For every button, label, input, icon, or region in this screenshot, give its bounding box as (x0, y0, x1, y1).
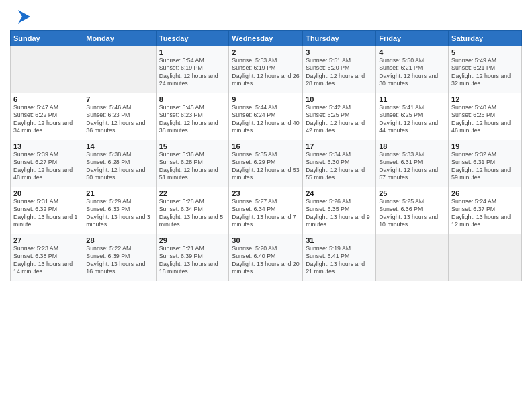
day-detail: Sunrise: 5:21 AMSunset: 6:39 PMDaylight:… (159, 245, 226, 276)
day-number: 16 (232, 142, 300, 150)
day-number: 20 (13, 189, 80, 197)
calendar-cell: 10 Sunrise: 5:42 AMSunset: 6:25 PMDaylig… (303, 93, 376, 140)
day-number: 14 (86, 142, 152, 150)
day-detail: Sunrise: 5:28 AMSunset: 6:34 PMDaylight:… (159, 198, 226, 229)
day-detail: Sunrise: 5:25 AMSunset: 6:36 PMDaylight:… (379, 198, 445, 229)
calendar-cell (11, 46, 83, 93)
day-detail: Sunrise: 5:53 AMSunset: 6:19 PMDaylight:… (232, 57, 300, 88)
day-detail: Sunrise: 5:38 AMSunset: 6:28 PMDaylight:… (86, 151, 152, 182)
calendar-cell: 8 Sunrise: 5:45 AMSunset: 6:23 PMDayligh… (156, 93, 229, 140)
day-detail: Sunrise: 5:51 AMSunset: 6:20 PMDaylight:… (306, 57, 373, 88)
header (10, 7, 522, 27)
day-number: 21 (86, 189, 152, 197)
day-detail: Sunrise: 5:23 AMSunset: 6:38 PMDaylight:… (13, 245, 80, 276)
week-row-4: 20 Sunrise: 5:31 AMSunset: 6:32 PMDaylig… (11, 187, 522, 234)
calendar-cell: 20 Sunrise: 5:31 AMSunset: 6:32 PMDaylig… (11, 187, 83, 234)
calendar-cell: 14 Sunrise: 5:38 AMSunset: 6:28 PMDaylig… (83, 140, 156, 187)
week-row-1: 1 Sunrise: 5:54 AMSunset: 6:19 PMDayligh… (11, 46, 522, 93)
calendar-cell: 19 Sunrise: 5:32 AMSunset: 6:31 PMDaylig… (449, 140, 522, 187)
day-number: 10 (306, 95, 373, 103)
week-row-3: 13 Sunrise: 5:39 AMSunset: 6:27 PMDaylig… (11, 140, 522, 187)
day-number: 17 (306, 142, 373, 150)
calendar-cell: 2 Sunrise: 5:53 AMSunset: 6:19 PMDayligh… (229, 46, 303, 93)
calendar-cell: 4 Sunrise: 5:50 AMSunset: 6:21 PMDayligh… (376, 46, 449, 93)
day-number: 3 (306, 48, 373, 56)
calendar-cell: 1 Sunrise: 5:54 AMSunset: 6:19 PMDayligh… (156, 46, 229, 93)
day-number: 26 (451, 189, 519, 197)
calendar-cell: 5 Sunrise: 5:49 AMSunset: 6:21 PMDayligh… (449, 46, 522, 93)
day-detail: Sunrise: 5:49 AMSunset: 6:21 PMDaylight:… (451, 57, 519, 88)
calendar-cell: 18 Sunrise: 5:33 AMSunset: 6:31 PMDaylig… (376, 140, 449, 187)
calendar-cell: 22 Sunrise: 5:28 AMSunset: 6:34 PMDaylig… (156, 187, 229, 234)
day-number: 1 (159, 48, 226, 56)
calendar-cell (376, 234, 449, 281)
day-number: 15 (159, 142, 226, 150)
week-row-2: 6 Sunrise: 5:47 AMSunset: 6:22 PMDayligh… (11, 93, 522, 140)
day-number: 22 (159, 189, 226, 197)
page: SundayMondayTuesdayWednesdayThursdayFrid… (0, 0, 532, 288)
svg-marker-0 (18, 10, 30, 24)
day-detail: Sunrise: 5:47 AMSunset: 6:22 PMDaylight:… (13, 104, 80, 135)
day-detail: Sunrise: 5:22 AMSunset: 6:39 PMDaylight:… (86, 245, 152, 276)
day-detail: Sunrise: 5:32 AMSunset: 6:31 PMDaylight:… (451, 151, 519, 182)
weekday-header-thursday: Thursday (303, 31, 376, 46)
calendar-cell: 25 Sunrise: 5:25 AMSunset: 6:36 PMDaylig… (376, 187, 449, 234)
day-number: 13 (13, 142, 80, 150)
day-detail: Sunrise: 5:44 AMSunset: 6:24 PMDaylight:… (232, 104, 300, 135)
day-detail: Sunrise: 5:29 AMSunset: 6:33 PMDaylight:… (86, 198, 152, 229)
day-number: 19 (451, 142, 519, 150)
day-number: 9 (232, 95, 300, 103)
calendar-cell: 30 Sunrise: 5:20 AMSunset: 6:40 PMDaylig… (229, 234, 303, 281)
weekday-header-monday: Monday (83, 31, 156, 46)
day-detail: Sunrise: 5:36 AMSunset: 6:28 PMDaylight:… (159, 151, 226, 182)
day-number: 8 (159, 95, 226, 103)
calendar-cell: 21 Sunrise: 5:29 AMSunset: 6:33 PMDaylig… (83, 187, 156, 234)
day-number: 30 (232, 236, 300, 244)
day-number: 7 (86, 95, 152, 103)
day-number: 28 (86, 236, 152, 244)
day-detail: Sunrise: 5:54 AMSunset: 6:19 PMDaylight:… (159, 57, 226, 88)
weekday-header-tuesday: Tuesday (156, 31, 229, 46)
calendar-cell: 31 Sunrise: 5:19 AMSunset: 6:41 PMDaylig… (303, 234, 376, 281)
day-detail: Sunrise: 5:46 AMSunset: 6:23 PMDaylight:… (86, 104, 152, 135)
calendar-cell: 13 Sunrise: 5:39 AMSunset: 6:27 PMDaylig… (11, 140, 83, 187)
calendar-cell: 27 Sunrise: 5:23 AMSunset: 6:38 PMDaylig… (11, 234, 83, 281)
logo (10, 7, 32, 27)
day-number: 2 (232, 48, 300, 56)
day-detail: Sunrise: 5:39 AMSunset: 6:27 PMDaylight:… (13, 151, 80, 182)
day-number: 23 (232, 189, 300, 197)
calendar-cell: 7 Sunrise: 5:46 AMSunset: 6:23 PMDayligh… (83, 93, 156, 140)
calendar-cell: 29 Sunrise: 5:21 AMSunset: 6:39 PMDaylig… (156, 234, 229, 281)
day-detail: Sunrise: 5:50 AMSunset: 6:21 PMDaylight:… (379, 57, 445, 88)
calendar-cell: 9 Sunrise: 5:44 AMSunset: 6:24 PMDayligh… (229, 93, 303, 140)
calendar-cell: 16 Sunrise: 5:35 AMSunset: 6:29 PMDaylig… (229, 140, 303, 187)
day-detail: Sunrise: 5:33 AMSunset: 6:31 PMDaylight:… (379, 151, 445, 182)
day-detail: Sunrise: 5:27 AMSunset: 6:34 PMDaylight:… (232, 198, 300, 229)
day-number: 27 (13, 236, 80, 244)
day-number: 25 (379, 189, 445, 197)
day-number: 5 (451, 48, 519, 56)
calendar-cell: 6 Sunrise: 5:47 AMSunset: 6:22 PMDayligh… (11, 93, 83, 140)
day-number: 12 (451, 95, 519, 103)
day-number: 6 (13, 95, 80, 103)
weekday-header-wednesday: Wednesday (229, 31, 303, 46)
weekday-header-sunday: Sunday (11, 31, 83, 46)
weekday-header-friday: Friday (376, 31, 449, 46)
calendar-cell: 3 Sunrise: 5:51 AMSunset: 6:20 PMDayligh… (303, 46, 376, 93)
calendar-cell: 23 Sunrise: 5:27 AMSunset: 6:34 PMDaylig… (229, 187, 303, 234)
day-number: 4 (379, 48, 445, 56)
day-detail: Sunrise: 5:40 AMSunset: 6:26 PMDaylight:… (451, 104, 519, 135)
calendar-cell: 15 Sunrise: 5:36 AMSunset: 6:28 PMDaylig… (156, 140, 229, 187)
calendar-cell (83, 46, 156, 93)
day-detail: Sunrise: 5:31 AMSunset: 6:32 PMDaylight:… (13, 198, 80, 229)
day-number: 31 (306, 236, 373, 244)
calendar-cell: 17 Sunrise: 5:34 AMSunset: 6:30 PMDaylig… (303, 140, 376, 187)
day-detail: Sunrise: 5:35 AMSunset: 6:29 PMDaylight:… (232, 151, 300, 182)
day-detail: Sunrise: 5:45 AMSunset: 6:23 PMDaylight:… (159, 104, 226, 135)
day-detail: Sunrise: 5:19 AMSunset: 6:41 PMDaylight:… (306, 245, 373, 276)
day-detail: Sunrise: 5:20 AMSunset: 6:40 PMDaylight:… (232, 245, 300, 276)
weekday-header-saturday: Saturday (449, 31, 522, 46)
calendar-cell: 24 Sunrise: 5:26 AMSunset: 6:35 PMDaylig… (303, 187, 376, 234)
calendar-cell: 11 Sunrise: 5:41 AMSunset: 6:25 PMDaylig… (376, 93, 449, 140)
calendar-cell: 26 Sunrise: 5:24 AMSunset: 6:37 PMDaylig… (449, 187, 522, 234)
